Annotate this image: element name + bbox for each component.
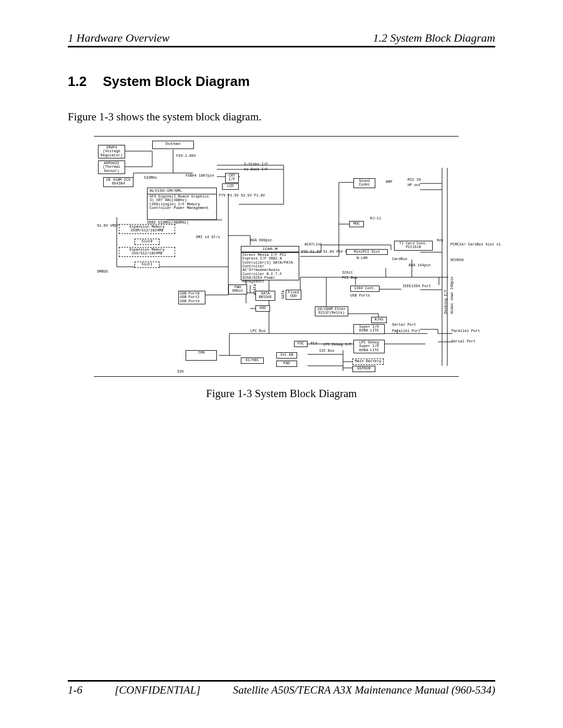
label-32bit: 32bit [342,271,353,275]
label-lpcbus: LPC Bus [250,329,265,333]
label-rj11: RJ-11 [370,217,381,220]
block-superio: Super I/O KONA LITE [353,324,385,334]
label-ieee1394: IEEE1394 Port [402,285,425,288]
section-heading: 1.2 System Block Diagram [68,73,495,90]
label-fsv: FSV-1.05V [176,154,196,158]
header-left: 1 Hardware Overview [68,31,169,45]
label-cardbus: CardBus [392,257,407,261]
block-eeprom: EEPROM [352,366,375,372]
block-ethernet: 10/100M Ether 8211F(Reltk) [315,306,348,316]
footer-manual: Satellite A50S/TECRA A3X Maintenance Man… [219,684,495,697]
block-mem1: Expansion Memory 256/512/1024MB [119,247,175,257]
label-pcibus: PCI Bus [342,276,357,280]
block-ticard: TI Card Cont. PCI1510 [394,241,433,251]
block-minipci: MiniPCI Slot [346,249,388,255]
label-serial: Serial Port [451,340,474,343]
block-mdc: MDC [349,221,364,227]
label-fsb: FSB#4 1067pin [186,174,206,178]
block-eckbc: EC/KBC [241,357,264,364]
header-right: 1.2 System Block Diagram [373,31,495,45]
label-dockconn: HiAoc down 240pin [450,282,454,314]
page-footer: 1-6 [CONFIDENTIAL] Satellite A50S/TECRA … [68,680,495,697]
label-plv: PLV [311,342,317,346]
block-usbports: USB Port0 USB Port2 USB Port4 [178,291,205,304]
block-crt: CRT I/F [225,173,239,183]
block-gmch: GFX Engine(I.Moacn Graphics 3) CRT DAC(4… [147,194,217,220]
block-fwh: FWH 8Mbit [228,285,247,294]
label-amp: AMP [386,180,393,184]
label-pcmcia: PCMCIA/ CardBus Slot x1 [450,243,473,246]
block-aliviso: ALVISO-GM/GML [147,188,217,194]
label-sata: SATA [282,290,285,299]
section-title: System Block Diagram [103,73,250,89]
label-gmch-volts: P7V P1.5V S1.5V P1.0V [219,194,234,198]
label-bga144: BGA 144pin [409,264,426,267]
block-lpcdebug: LPC Debug Super I/O KONA LITE [353,340,385,353]
label-todock: to Dock I/F [244,168,268,171]
page-header: 1 Hardware Overview 1.2 System Block Dia… [68,31,495,47]
block-slot1: Slot1 [134,262,160,268]
label-dmi: DMI x4 GT/s [196,236,220,239]
block-sound: Sound Codec [353,178,375,188]
block-mem0: Expansion Memory 256M/512/1024MB [119,224,175,234]
block-ck410m: CK 410M ICS 954304 [103,177,133,187]
block-rj45: RJ45 [371,317,387,323]
label-parallelport: Parallel Port [392,329,421,333]
label-dockif: Docking I/F [444,290,448,314]
block-ich-items: Direct Media I/F PCI Express I/F USB2.0 … [241,252,299,280]
label-lpcdebugif: LPC Debug I/F [323,343,352,347]
label-wlan: W-LAN [357,256,368,260]
label-i2cbus: I2C Bus [319,349,334,353]
block-psc: PSC [294,341,308,347]
section-number: 1.2 [68,73,99,90]
label-533mhz: 533MHz [144,176,157,180]
block-pad: PAD [276,361,297,367]
block-dothan: Dothan [152,141,194,149]
label-smbus: SMBUS [97,270,108,274]
label-usbbus: USB Ports [350,294,370,298]
label-ich-volts: P3V S1.5V S1.0V P5V P3V P5V P3V [301,250,316,254]
block-ich6m: ICH6-M [241,246,299,252]
block-imvp4: IMVP4 (Voltage Regulator) [98,145,125,158]
page: 1 Hardware Overview 1.2 System Block Dia… [0,0,563,728]
label-s3v: S3V [177,370,184,374]
label-hcv650: HCV650 [450,258,463,262]
label-micin: MIC IN [408,178,421,182]
figure-block-diagram: IMVP4 (Voltage Regulator) ADM1032 (Therm… [94,136,459,377]
footer-page: 1-6 [68,684,115,697]
label-serialport: Serial Port [392,323,416,327]
block-adm1032: ADM1032 (Thermal Sensor) [98,161,125,174]
block-mainbat: Main Battery [352,359,384,365]
block-satabridge: SATA BRIDGE [255,291,275,301]
label-ac97: AC97Link [304,243,322,246]
block-hdd: HDD [255,305,270,312]
block-1394: 1394 Cont. [350,286,380,292]
figure-caption: Figure 1-3 System Block Diagram [68,387,495,400]
block-lcd: LCD [222,183,239,190]
block-slot0: Slot0 [134,239,160,245]
label-key: Key [437,239,444,242]
block-tpm: TPM [186,350,217,361]
label-mem0-volts: S1.8V VREF_Mx [97,224,117,228]
footer-confidential: [CONFIDENTIAL] [115,684,219,697]
label-bga609: BGA 609pin [250,239,268,242]
intro-text: Figure 1-3 shows the system block diagra… [68,110,495,124]
label-svideo: S-Video I/F [244,163,268,166]
block-intkb: Int.KB [276,352,297,359]
block-fixedodd: Fixed ODD [286,290,301,300]
label-hpout: HP out [408,183,421,187]
label-parallel: Parallel Port [451,329,474,333]
